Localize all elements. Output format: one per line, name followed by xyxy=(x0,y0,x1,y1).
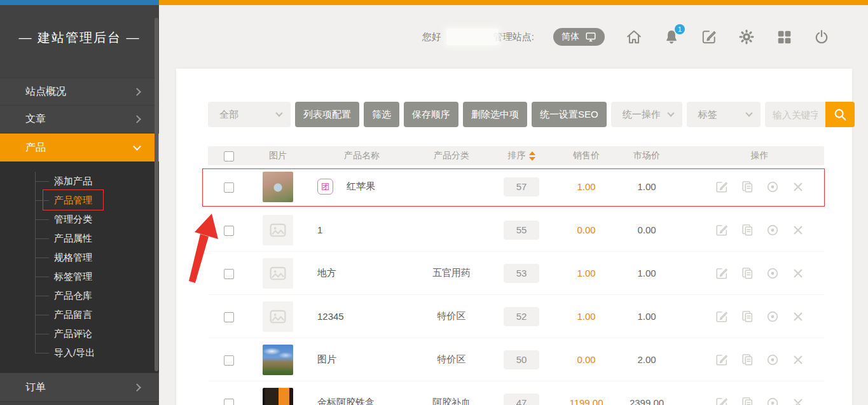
sidebar-item-products[interactable]: 产品 xyxy=(0,134,159,161)
settings-button[interactable] xyxy=(738,29,755,45)
edit-row-button[interactable] xyxy=(715,180,729,194)
submenu-item-import-export[interactable]: 导入/导出 xyxy=(0,343,159,362)
submenu-item-product-management[interactable]: 产品管理 xyxy=(0,191,159,210)
edit-row-button[interactable] xyxy=(715,396,729,405)
sort-arrows-icon[interactable] xyxy=(529,151,535,161)
delete-row-button[interactable] xyxy=(791,223,805,237)
preview-row-button[interactable] xyxy=(766,310,780,324)
search-button[interactable] xyxy=(825,102,855,127)
search-input[interactable] xyxy=(765,102,825,127)
row-checkbox[interactable] xyxy=(224,399,234,405)
tags-dropdown[interactable]: 标签 xyxy=(687,102,761,127)
select-all-checkbox[interactable] xyxy=(224,151,234,161)
submenu-item-product-messages[interactable]: 产品留言 xyxy=(0,305,159,324)
row-checkbox[interactable] xyxy=(224,312,234,322)
filter-button[interactable]: 筛选 xyxy=(364,102,399,127)
submenu-item-product-reviews[interactable]: 产品评论 xyxy=(0,324,159,343)
copy-row-button[interactable] xyxy=(740,396,754,405)
submenu-item-spec-management[interactable]: 规格管理 xyxy=(0,248,159,267)
submenu-item-product-attributes[interactable]: 产品属性 xyxy=(0,229,159,248)
save-order-button[interactable]: 保存顺序 xyxy=(404,102,458,127)
apps-button[interactable] xyxy=(776,29,792,45)
manage-site-label: 管理站点: xyxy=(493,31,534,43)
sidebar-item-articles[interactable]: 文章 xyxy=(0,106,159,134)
copy-row-button[interactable] xyxy=(740,310,754,324)
submenu-item-product-warehouse[interactable]: 产品仓库 xyxy=(0,286,159,305)
copy-row-button[interactable] xyxy=(740,180,754,194)
row-checkbox[interactable] xyxy=(224,355,234,366)
delete-selected-button[interactable]: 删除选中项 xyxy=(463,102,527,127)
market-price: 1.00 xyxy=(615,268,679,278)
sort-value-input[interactable]: 50 xyxy=(504,350,539,369)
delete-row-button[interactable] xyxy=(791,266,805,280)
column-header-market-price: 市场价 xyxy=(615,150,679,161)
list-config-button[interactable]: 列表项配置 xyxy=(295,102,359,127)
chevron-down-icon xyxy=(667,109,674,116)
market-price: 1.00 xyxy=(615,181,679,192)
table-row: 12345 特价区 52 1.00 1.00 xyxy=(208,295,824,338)
redacted-username xyxy=(446,29,499,45)
toolbar: 全部 列表项配置 筛选 保存顺序 删除选中项 统一设置SEO 统一操作 标签 xyxy=(208,102,824,127)
sidebar-scrollbar[interactable] xyxy=(155,18,158,371)
sort-value-input[interactable]: 52 xyxy=(504,307,539,326)
sale-price: 1199.00 xyxy=(558,397,615,405)
delete-row-button[interactable] xyxy=(791,353,805,367)
sidebar-item-label: 站点概况 xyxy=(25,85,66,99)
product-image xyxy=(263,172,293,202)
home-button[interactable] xyxy=(626,29,642,45)
filter-all-dropdown[interactable]: 全部 xyxy=(208,102,291,127)
sidebar-item-site-overview[interactable]: 站点概况 xyxy=(0,78,159,106)
language-switch-button[interactable]: 简体 xyxy=(553,28,605,46)
product-category: 特价区 xyxy=(418,310,485,322)
table-row: 地方 五官用药 53 1.00 1.00 xyxy=(208,252,824,295)
delete-row-button[interactable] xyxy=(791,396,805,405)
product-name: 1 xyxy=(317,224,322,235)
delete-row-button[interactable] xyxy=(791,310,805,324)
edit-row-button[interactable] xyxy=(715,223,729,237)
sort-value-input[interactable]: 57 xyxy=(504,177,539,196)
copy-row-button[interactable] xyxy=(740,353,754,367)
preview-row-button[interactable] xyxy=(766,396,780,405)
preview-row-button[interactable] xyxy=(766,353,780,367)
sort-value-input[interactable]: 47 xyxy=(504,394,539,405)
search-bar xyxy=(765,102,855,127)
copy-row-button[interactable] xyxy=(740,266,754,280)
edit-row-button[interactable] xyxy=(715,266,729,280)
copy-row-button[interactable] xyxy=(740,223,754,237)
seo-settings-button[interactable]: 统一设置SEO xyxy=(532,102,607,127)
delete-row-button[interactable] xyxy=(791,180,805,194)
sidebar-item-orders[interactable]: 订单 xyxy=(0,373,159,402)
submenu-item-tag-management[interactable]: 标签管理 xyxy=(0,267,159,286)
column-header-sort[interactable]: 排序 xyxy=(485,150,558,161)
notification-badge: 1 xyxy=(675,24,685,34)
edit-row-button[interactable] xyxy=(715,353,729,367)
market-price: 1.00 xyxy=(615,311,679,322)
product-image xyxy=(263,215,293,245)
edit-row-button[interactable] xyxy=(715,310,729,324)
column-header-category: 产品分类 xyxy=(418,150,485,161)
batch-operation-dropdown[interactable]: 统一操作 xyxy=(611,102,682,127)
chevron-right-icon xyxy=(133,115,141,123)
sort-value-input[interactable]: 53 xyxy=(504,264,539,283)
notifications-button[interactable]: 1 xyxy=(663,29,680,45)
submenu-item-manage-categories[interactable]: 管理分类 xyxy=(0,210,159,229)
edit-button[interactable] xyxy=(701,29,717,45)
group-buy-badge: 团 xyxy=(317,179,333,195)
power-icon xyxy=(813,29,830,45)
row-checkbox[interactable] xyxy=(224,269,234,279)
market-price: 2399.00 xyxy=(615,397,679,405)
product-category: 特价区 xyxy=(418,354,485,366)
preview-row-button[interactable] xyxy=(766,180,780,194)
row-checkbox[interactable] xyxy=(224,226,234,236)
chevron-right-icon xyxy=(133,383,141,392)
logout-button[interactable] xyxy=(813,29,830,45)
row-checkbox[interactable] xyxy=(224,182,234,193)
sort-value-input[interactable]: 55 xyxy=(504,221,539,240)
product-image xyxy=(263,258,293,289)
sale-price: 0.00 xyxy=(558,354,615,365)
preview-row-button[interactable] xyxy=(766,266,780,280)
preview-row-button[interactable] xyxy=(766,223,780,237)
chevron-down-icon xyxy=(275,109,282,116)
table-body: 团 红苹果 57 1.00 1.00 1 55 0.00 0.00 xyxy=(208,165,824,405)
submenu-item-add-product[interactable]: 添加产品 xyxy=(0,172,159,191)
